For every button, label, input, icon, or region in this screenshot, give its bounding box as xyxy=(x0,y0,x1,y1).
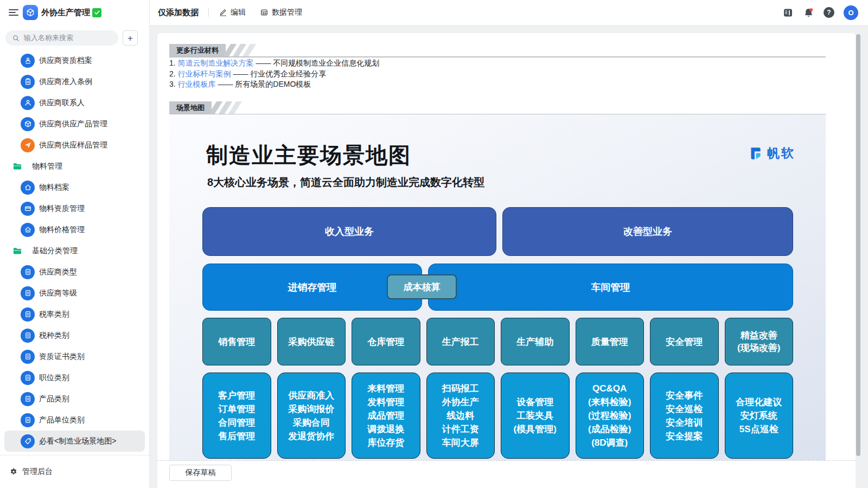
map-tier4-row: 客户管理 订单管理 合同管理 售后管理供应商准入 采购询报价 采购合同 发退货协… xyxy=(202,373,793,459)
sidebar-item-label: 供应商供应产品管理 xyxy=(39,119,107,129)
clipboard-icon xyxy=(21,75,35,89)
search-placeholder: 输入名称来搜索 xyxy=(24,33,73,43)
fanruan-logo-icon xyxy=(747,145,763,162)
sidebar-item[interactable]: 供应商类型 xyxy=(0,261,149,282)
menu-toggle-icon[interactable] xyxy=(9,9,18,16)
admin-backend-link[interactable]: 管理后台 xyxy=(22,467,53,477)
map-box-tier1: 改善型业务 xyxy=(502,207,793,256)
doc-icon xyxy=(21,286,35,300)
map-box-tier3: 仓库管理 xyxy=(352,318,420,365)
package-icon xyxy=(21,117,35,131)
sidebar-item-label: 供应商准入条例 xyxy=(39,77,92,87)
map-title: 制造业主要场景地图 xyxy=(206,140,411,170)
form-panel: 更多行业材料 1. 简道云制造业解决方案 —— 不同规模制造业企业信息化规划2.… xyxy=(157,33,856,488)
bell-icon[interactable] xyxy=(803,7,814,18)
sidebar-item[interactable]: 产品单位类别 xyxy=(0,409,149,431)
sidebar-item[interactable]: 税种类别 xyxy=(0,325,149,346)
doc-icon xyxy=(21,392,35,406)
sidebar-item[interactable]: 供应商供应样品管理 xyxy=(0,134,149,156)
vertical-scrollbar[interactable] xyxy=(856,34,860,456)
sidebar-item[interactable]: 物料价格管理 xyxy=(0,219,149,240)
toolbar-divider xyxy=(208,8,209,17)
form-divider xyxy=(157,460,856,461)
sidebar-header: 外协生产管理 xyxy=(0,0,149,25)
sidebar-group[interactable]: 物料管理 xyxy=(0,156,149,177)
material-link[interactable]: 行业模板库 xyxy=(178,80,216,88)
folder-icon xyxy=(12,162,22,171)
sidebar-item[interactable]: 供应商资质档案 xyxy=(0,50,149,71)
sidebar-item-label: 税率类别 xyxy=(39,310,69,319)
sidebar-group[interactable]: 基础分类管理 xyxy=(0,240,149,261)
sidebar-item-label: 职位类别 xyxy=(39,373,69,383)
panel-icon[interactable] xyxy=(782,7,794,18)
material-desc: —— 行业优秀企业经验分享 xyxy=(231,69,327,78)
mode-label[interactable]: 仅添加数据 xyxy=(158,8,199,18)
id-badge-icon xyxy=(21,54,35,68)
check-badge-icon xyxy=(92,8,101,17)
material-link[interactable]: 行业标杆与案例 xyxy=(178,69,231,78)
gear-icon xyxy=(9,467,18,476)
home-icon xyxy=(21,181,35,195)
sidebar-item-label: 供应商等级 xyxy=(39,288,77,298)
sidebar-item[interactable]: 税率类别 xyxy=(0,304,149,325)
materials-section-header: 更多行业材料 xyxy=(169,44,856,56)
sidebar-item-label: 供应商联系人 xyxy=(39,98,85,108)
doc-icon xyxy=(21,265,35,279)
sidebar-item[interactable]: 资质证书类别 xyxy=(0,346,149,367)
sidebar-item[interactable]: 供应商准入条例 xyxy=(0,71,149,92)
sidebar-item[interactable]: 供应商联系人 xyxy=(0,92,149,113)
data-manage-button[interactable]: 数据管理 xyxy=(260,8,302,17)
sidebar-item-label: 产品单位类别 xyxy=(39,415,85,425)
sidebar-item[interactable]: 职位类别 xyxy=(0,367,149,388)
sidebar-item-label: 物料档案 xyxy=(39,183,69,192)
material-desc: —— 所有场景的DEMO模板 xyxy=(216,80,311,88)
save-draft-button[interactable]: 保存草稿 xyxy=(169,465,232,481)
sidebar-item-label: 资质证书类别 xyxy=(39,352,85,362)
edit-button[interactable]: 编辑 xyxy=(219,8,246,17)
search-icon xyxy=(12,34,20,42)
map-box-tier4: 设备管理 工装夹具 (模具管理) xyxy=(501,373,570,459)
doc-icon xyxy=(21,329,35,343)
map-tier3-row: 销售管理采购供应链仓库管理生产报工生产辅助质量管理安全管理精益改善 (现场改善) xyxy=(202,318,793,365)
sidebar-item[interactable]: 供应商等级 xyxy=(0,282,149,304)
material-link[interactable]: 简道云制造业解决方案 xyxy=(178,59,254,67)
doc-icon xyxy=(21,350,35,364)
sidebar-item[interactable]: 物料资质管理 xyxy=(0,198,149,219)
card-icon xyxy=(21,202,35,216)
map-box-tier4: 客户管理 订单管理 合同管理 售后管理 xyxy=(202,373,271,459)
pencil-icon xyxy=(219,8,227,17)
add-button[interactable]: + xyxy=(123,30,138,46)
material-number: 2. xyxy=(169,69,178,78)
map-box-tier3: 生产报工 xyxy=(426,318,495,365)
doc-icon xyxy=(21,413,35,427)
map-section-header: 场景地图 xyxy=(169,101,856,114)
avatar[interactable]: O xyxy=(844,5,858,20)
send-icon xyxy=(21,138,35,152)
sidebar-menu: 供应商资质档案供应商准入条例供应商联系人供应商供应产品管理供应商供应样品管理物料… xyxy=(0,50,149,455)
edit-button-label: 编辑 xyxy=(231,8,246,17)
sidebar-item-label: 供应商资质档案 xyxy=(39,56,92,66)
map-box-tier3: 生产辅助 xyxy=(501,318,570,365)
map-box-tier3: 安全管理 xyxy=(650,318,719,365)
vendor-logo-text: 帆软 xyxy=(767,145,795,162)
map-box-tier4: 合理化建议 安灯系统 5S点巡检 xyxy=(725,373,794,459)
contact-icon xyxy=(21,96,35,110)
sidebar-item-label: 产品类别 xyxy=(39,394,69,404)
map-box-tier4: 安全事件 安全巡检 安全培训 安全提案 xyxy=(650,373,719,459)
data-manage-label: 数据管理 xyxy=(272,8,302,17)
map-box-tier4: 供应商准入 采购询报价 采购合同 发退货协作 xyxy=(277,373,346,459)
map-box-tier4: QC&QA (来料检验) (过程检验) (成品检验) (8D调查) xyxy=(576,373,644,459)
sidebar-item[interactable]: 产品类别 xyxy=(0,388,149,409)
topbar: 仅添加数据 编辑 数据管理 ? O xyxy=(150,0,868,25)
sidebar-item[interactable]: 必看<制造业场景地图> xyxy=(4,431,145,452)
sidebar-item-label: 税种类别 xyxy=(39,331,69,341)
sidebar-item[interactable]: 物料档案 xyxy=(0,177,149,198)
search-input[interactable]: 输入名称来搜索 xyxy=(5,30,118,46)
app-title: 外协生产管理 xyxy=(41,8,90,18)
help-icon[interactable]: ? xyxy=(824,7,834,18)
map-box-tier3: 质量管理 xyxy=(576,318,644,365)
map-box-tier1: 收入型业务 xyxy=(202,207,496,256)
material-number: 3. xyxy=(169,80,178,88)
doc-icon xyxy=(21,307,35,322)
sidebar-item[interactable]: 供应商供应产品管理 xyxy=(0,113,149,134)
